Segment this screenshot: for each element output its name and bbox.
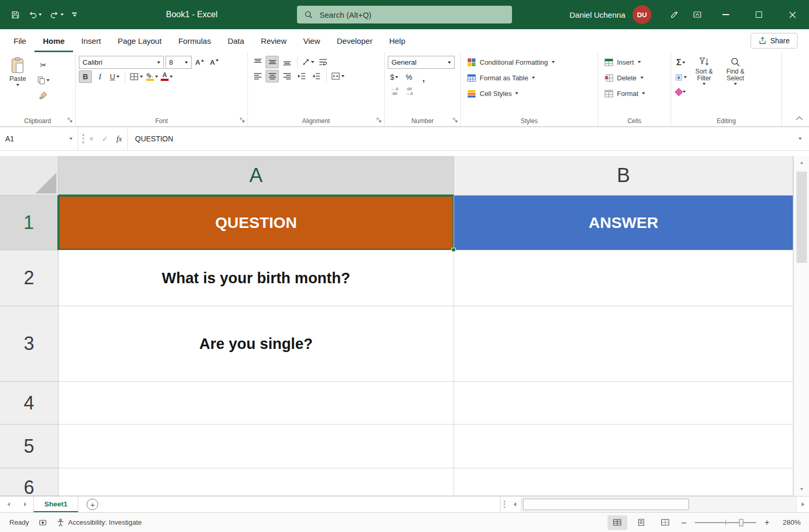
cell-b6[interactable] <box>454 468 793 496</box>
fill-handle[interactable] <box>451 248 456 252</box>
font-size-select[interactable]: 8 <box>165 56 192 69</box>
increase-indent-button[interactable] <box>310 70 323 82</box>
user-name[interactable]: Daniel Uchenna <box>569 10 625 19</box>
row-header-6[interactable]: 6 <box>0 468 58 496</box>
chevron-down-icon[interactable] <box>341 75 344 77</box>
number-dialog-launcher[interactable] <box>451 116 459 124</box>
chevron-down-icon[interactable] <box>116 76 120 78</box>
zoom-slider[interactable] <box>695 522 756 523</box>
tab-insert[interactable]: Insert <box>73 29 110 52</box>
format-as-table-button[interactable]: Format as Table <box>464 70 538 86</box>
scroll-left-button[interactable] <box>508 497 521 512</box>
vertical-scroll-track[interactable] <box>794 170 809 482</box>
align-left-button[interactable] <box>251 70 264 82</box>
paste-button[interactable]: Paste <box>3 54 32 102</box>
horizontal-scrollbar[interactable] <box>500 497 809 512</box>
decrease-indent-button[interactable] <box>295 70 308 82</box>
expand-formula-bar-button[interactable] <box>791 127 809 150</box>
vertical-scrollbar[interactable] <box>793 156 809 496</box>
format-cells-button[interactable]: Format <box>601 86 648 101</box>
formula-bar-resize-handle[interactable] <box>82 134 84 143</box>
scroll-up-button[interactable] <box>794 156 809 170</box>
comma-style-button[interactable]: , <box>417 71 430 83</box>
cell-b4[interactable] <box>454 382 793 425</box>
cell-styles-button[interactable]: Cell Styles <box>464 86 521 101</box>
chevron-down-icon[interactable] <box>395 76 398 78</box>
cell-b5[interactable] <box>454 425 793 468</box>
chevron-down-icon[interactable] <box>684 76 687 78</box>
row-header-3[interactable]: 3 <box>0 306 58 382</box>
formula-input[interactable]: QUESTION <box>128 127 791 150</box>
insert-cells-button[interactable]: Insert <box>601 54 644 70</box>
decrease-font-size-button[interactable]: A <box>208 56 221 69</box>
accounting-format-button[interactable]: $ <box>388 71 401 83</box>
cell-a3[interactable]: Are you single? <box>58 306 454 382</box>
chevron-down-icon[interactable] <box>170 76 173 78</box>
view-normal-button[interactable] <box>608 515 627 530</box>
font-color-button[interactable]: A <box>160 70 173 83</box>
tab-data[interactable]: Data <box>219 29 253 52</box>
borders-button[interactable] <box>129 70 144 83</box>
maximize-button[interactable] <box>742 0 776 29</box>
cell-b1[interactable]: ANSWER <box>454 196 793 250</box>
cut-button[interactable]: ✂ <box>37 59 50 71</box>
chevron-down-icon[interactable] <box>682 62 685 64</box>
tab-home[interactable]: Home <box>34 29 73 52</box>
cell-b3[interactable] <box>454 306 793 382</box>
fill-button[interactable] <box>674 71 687 83</box>
zoom-slider-thumb[interactable] <box>739 519 743 526</box>
undo-button[interactable] <box>25 5 45 24</box>
tab-split-handle[interactable] <box>504 501 505 508</box>
view-page-layout-button[interactable] <box>632 515 651 530</box>
cell-b2[interactable] <box>454 250 793 306</box>
cell-a4[interactable] <box>58 382 454 425</box>
share-button[interactable]: Share <box>751 33 798 49</box>
conditional-formatting-button[interactable]: Conditional Formatting <box>464 54 558 70</box>
italic-button[interactable]: I <box>93 70 106 83</box>
chevron-down-icon[interactable] <box>155 76 158 78</box>
chevron-down-icon[interactable] <box>46 79 50 81</box>
chevron-down-icon[interactable] <box>61 14 64 16</box>
avatar[interactable]: DU <box>633 5 651 24</box>
sort-filter-button[interactable]: Sort & Filter <box>689 54 719 98</box>
underline-button[interactable]: U <box>108 70 121 83</box>
percent-style-button[interactable]: % <box>402 71 415 83</box>
row-header-4[interactable]: 4 <box>0 382 58 425</box>
cell-a5[interactable] <box>58 425 454 468</box>
chevron-down-icon[interactable] <box>683 91 686 93</box>
scroll-right-button[interactable] <box>796 497 809 512</box>
redo-button[interactable] <box>46 5 67 24</box>
alignment-dialog-launcher[interactable] <box>375 116 383 124</box>
increase-decimal-button[interactable]: ←.0.00 <box>388 85 401 98</box>
accessibility-status-button[interactable]: Accessibility: Investigate <box>56 518 142 527</box>
horizontal-scroll-track[interactable] <box>521 497 796 512</box>
close-button[interactable] <box>776 0 809 29</box>
top-align-button[interactable] <box>251 56 264 68</box>
tab-formulas[interactable]: Formulas <box>170 29 220 52</box>
enter-button[interactable]: ✓ <box>102 134 108 143</box>
bottom-align-button[interactable] <box>280 56 293 68</box>
horizontal-scroll-thumb[interactable] <box>523 499 689 510</box>
increase-font-size-button[interactable]: A <box>193 56 206 69</box>
editing-pen-button[interactable] <box>663 0 686 29</box>
collapse-ribbon-button[interactable] <box>795 116 803 123</box>
number-format-select[interactable]: General <box>388 56 455 69</box>
tab-help[interactable]: Help <box>381 29 414 52</box>
copy-button[interactable] <box>37 74 50 87</box>
macro-record-button[interactable] <box>39 518 47 527</box>
sheet-tab-sheet1[interactable]: Sheet1 <box>33 497 78 512</box>
tab-developer[interactable]: Developer <box>328 29 380 52</box>
cell-a6[interactable] <box>58 468 454 496</box>
select-all-corner[interactable] <box>0 156 58 196</box>
middle-align-button[interactable] <box>266 56 279 68</box>
orientation-button[interactable] <box>301 56 315 68</box>
align-right-button[interactable] <box>280 70 293 82</box>
clipboard-dialog-launcher[interactable] <box>66 116 74 124</box>
customize-quick-access-toolbar-button[interactable] <box>68 5 80 24</box>
previous-sheet-button[interactable] <box>0 497 17 512</box>
row-header-2[interactable]: 2 <box>0 250 58 306</box>
delete-cells-button[interactable]: Delete <box>601 70 647 86</box>
vertical-scroll-thumb[interactable] <box>796 172 807 263</box>
minimize-button[interactable] <box>709 0 742 29</box>
tab-view[interactable]: View <box>295 29 328 52</box>
